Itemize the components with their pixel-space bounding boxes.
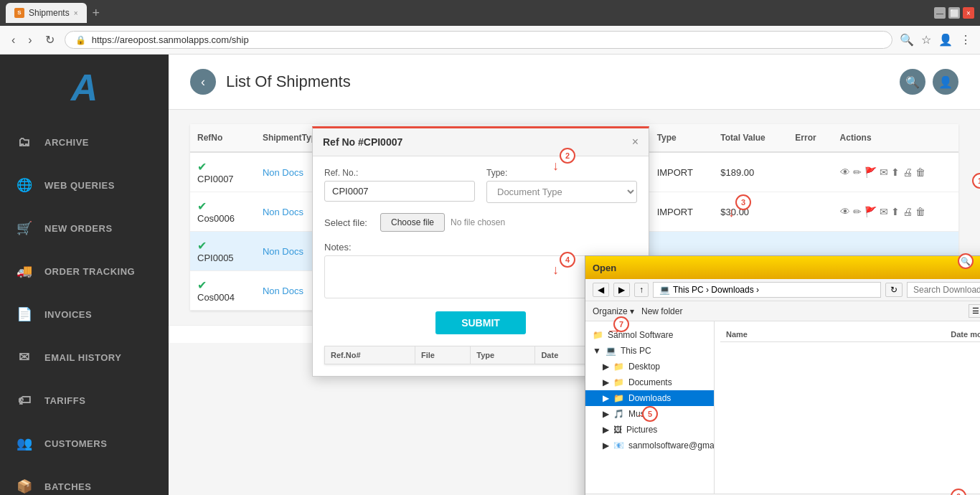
tab-close-btn[interactable]: × [74, 9, 78, 17]
file-open-dialog: Open × ◀ ▶ ↑ 💻 This PC › Downloads › ↻ O… [585, 255, 980, 495]
sidebar-item-web-queries[interactable]: 🌐 WEB QUERIES [0, 164, 169, 207]
print-icon[interactable]: 🖨 [903, 206, 913, 217]
status-check-icon: ✔ [197, 279, 207, 291]
cell-actions: 👁 ✏ 🚩 ✉ ⬆ 🖨 🗑 [833, 152, 958, 192]
upload-icon[interactable]: ⬆ [891, 166, 900, 178]
tree-label: Downloads [628, 393, 671, 403]
tree-item-sanmol[interactable]: 📁 Sanmol Software [585, 327, 714, 343]
new-tab-btn[interactable]: + [93, 6, 100, 21]
tree-arrow-expand: ▼ [593, 346, 601, 356]
ref-no-label: Ref. No.: [324, 168, 475, 178]
edit-icon[interactable]: ✏ [853, 206, 862, 217]
view-icons: ☰ ≡ ℹ [969, 304, 980, 318]
sidebar-item-invoices[interactable]: 📄 INVOICES [0, 293, 169, 336]
tree-label: Music [628, 409, 651, 419]
search-downloads-input[interactable] [907, 282, 980, 298]
dialog-main: Name Date modified [715, 321, 980, 494]
window-controls: — ⬜ × [934, 7, 974, 19]
edit-icon[interactable]: ✏ [853, 166, 862, 178]
back-button[interactable]: ‹ [190, 69, 216, 95]
sidebar-item-email-history[interactable]: ✉ EMAIL HISTORY [0, 336, 169, 379]
tree-arrow: ▶ [603, 377, 609, 387]
print-icon[interactable]: 🖨 [903, 166, 913, 178]
main-content: ‹ List Of Shipments 🔍 👤 RefNo ShipmentTy… [169, 55, 980, 495]
tree-label: Pictures [626, 425, 657, 435]
sidebar-item-archive[interactable]: 🗂 ARCHIVE [0, 121, 169, 164]
logo-letter: A [71, 69, 98, 106]
modal-close-btn[interactable]: × [632, 136, 639, 148]
dialog-back-btn[interactable]: ◀ [593, 283, 609, 297]
view-list-btn[interactable]: ☰ [969, 304, 980, 318]
forward-nav-btn[interactable]: › [25, 31, 34, 50]
sidebar-label-customers: CUSTOMERS [44, 438, 107, 449]
organize-btn[interactable]: Organize ▾ [593, 306, 634, 316]
back-nav-btn[interactable]: ‹ [9, 31, 18, 50]
modal-title: Ref No #CPI0007 [323, 136, 402, 148]
tree-item-gmail[interactable]: ▶ 📧 sanmolsoftware@gma [585, 438, 714, 453]
cell-error [788, 152, 832, 192]
header-icons: 🔍 👤 [900, 69, 958, 95]
mail-icon[interactable]: ✉ [880, 166, 888, 178]
form-group-refno: Ref. No.: [324, 168, 475, 203]
cell-refno: ✔CPI0007 [190, 152, 255, 192]
tree-label: Desktop [628, 362, 660, 372]
sidebar-label-tariffs: TARIFFS [44, 395, 85, 406]
cell-totalvalue: $30.00 [713, 192, 788, 232]
tree-item-downloads[interactable]: ▶ 📁 Downloads [585, 390, 714, 406]
tree-arrow: ▶ [603, 362, 609, 372]
col-totalvalue: Total Value [713, 124, 788, 152]
app-layout: A 🗂 ARCHIVE 🌐 WEB QUERIES 🛒 NEW ORDERS 🚚… [0, 55, 980, 495]
view-icon[interactable]: 👁 [840, 206, 850, 217]
delete-icon[interactable]: 🗑 [915, 166, 925, 178]
tree-label: This PC [621, 346, 651, 356]
tree-label: Sanmol Software [608, 330, 673, 340]
url-text: https://areopost.sanmolapps.com/ship [92, 34, 882, 45]
menu-icon[interactable]: ⋮ [960, 33, 971, 47]
sidebar-item-batches[interactable]: 📦 BATCHES [0, 465, 169, 495]
tree-item-documents[interactable]: ▶ 📁 Documents [585, 374, 714, 390]
col-error: Error [788, 124, 832, 152]
tree-item-thispc[interactable]: ▼ 💻 This PC [585, 343, 714, 359]
tree-item-music[interactable]: ▶ 🎵 Music [585, 406, 714, 422]
customers-icon: 👥 [14, 433, 34, 453]
mail-icon[interactable]: ✉ [880, 206, 888, 217]
tree-arrow: ▶ [603, 440, 609, 451]
star-icon[interactable]: ☆ [921, 33, 931, 47]
minimize-btn[interactable]: — [934, 7, 946, 19]
refresh-btn[interactable]: ↻ [885, 283, 903, 297]
upload-icon[interactable]: ⬆ [891, 206, 900, 217]
lock-icon: 🔒 [75, 35, 86, 45]
sidebar-item-order-tracking[interactable]: 🚚 ORDER TRACKING [0, 250, 169, 293]
url-box[interactable]: 🔒 https://areopost.sanmolapps.com/ship [65, 31, 892, 49]
submit-btn[interactable]: SUBMIT [435, 311, 526, 334]
reload-btn[interactable]: ↻ [42, 30, 57, 50]
close-window-btn[interactable]: × [963, 7, 974, 19]
active-tab[interactable]: S Shipments × [6, 3, 87, 23]
archive-icon: 🗂 [14, 132, 34, 152]
dialog-up-btn[interactable]: ↑ [634, 283, 649, 297]
sidebar-item-customers[interactable]: 👥 CUSTOMERS [0, 422, 169, 465]
flag-icon[interactable]: 🚩 [864, 166, 877, 178]
cell-totalvalue: $189.00 [713, 152, 788, 192]
maximize-btn[interactable]: ⬜ [948, 7, 960, 19]
tree-item-desktop[interactable]: ▶ 📁 Desktop [585, 359, 714, 374]
tree-arrow: ▶ [603, 409, 609, 419]
choose-file-btn[interactable]: Choose file [380, 213, 445, 232]
sidebar-item-new-orders[interactable]: 🛒 NEW ORDERS [0, 207, 169, 250]
user-header-btn[interactable]: 👤 [933, 69, 958, 95]
pc-icon: 💻 [606, 346, 616, 356]
ref-no-input[interactable] [324, 181, 475, 202]
view-icon[interactable]: 👁 [840, 166, 850, 178]
delete-icon[interactable]: 🗑 [915, 206, 925, 217]
profile-icon[interactable]: 👤 [938, 33, 953, 47]
tree-label: sanmolsoftware@gma [628, 440, 715, 451]
tree-item-pictures[interactable]: ▶ 🖼 Pictures [585, 422, 714, 438]
dialog-forward-btn[interactable]: ▶ [613, 283, 630, 297]
flag-icon[interactable]: 🚩 [864, 206, 877, 217]
search-icon[interactable]: 🔍 [900, 33, 914, 47]
sidebar-item-tariffs[interactable]: 🏷 TARIFFS [0, 379, 169, 422]
search-header-btn[interactable]: 🔍 [900, 69, 925, 95]
new-folder-btn[interactable]: New folder [641, 306, 682, 316]
folder-icon: 📁 [613, 377, 624, 387]
document-type-select[interactable]: Document Type [486, 181, 637, 203]
